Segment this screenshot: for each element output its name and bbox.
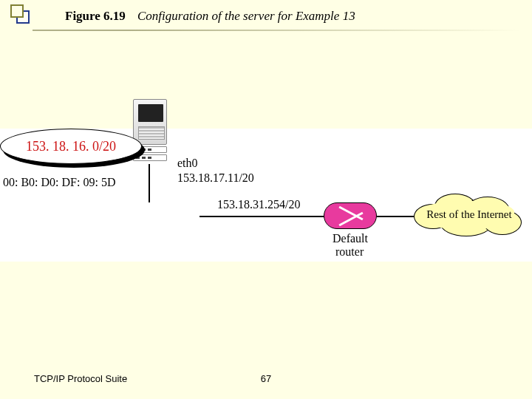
figure-number: Figure 6.19	[65, 9, 126, 24]
router-icon	[324, 202, 377, 229]
gateway-ip: 153.18.31.254/20	[217, 198, 300, 211]
server-tower-icon	[133, 99, 167, 145]
router-caption-1: Default	[332, 232, 368, 245]
server-drop-line	[149, 164, 150, 202]
footer-page-number: 67	[0, 373, 532, 384]
subnet-label: 153. 18. 16. 0/20	[0, 129, 142, 164]
router-link-right	[377, 216, 417, 217]
internet-cloud-icon: Rest of the Internet	[414, 192, 525, 239]
header-divider	[33, 30, 520, 31]
interface-ip: 153.18.17.11/20	[177, 171, 254, 185]
interface-name: eth0	[177, 157, 198, 170]
diagram-panel: 00: B0: D0: DF: 09: 5D eth0 153.18.17.11…	[0, 129, 532, 262]
router-caption-2: router	[335, 245, 364, 259]
subnet-to-router-link	[200, 216, 322, 217]
cloud-label: Rest of the Internet	[414, 208, 525, 221]
logo-square-front	[10, 4, 24, 18]
slide-header: Figure 6.19 Configuration of the server …	[0, 0, 532, 35]
server-mac-address: 00: B0: D0: DF: 09: 5D	[3, 176, 115, 189]
figure-caption: Configuration of the server for Example …	[137, 9, 355, 24]
